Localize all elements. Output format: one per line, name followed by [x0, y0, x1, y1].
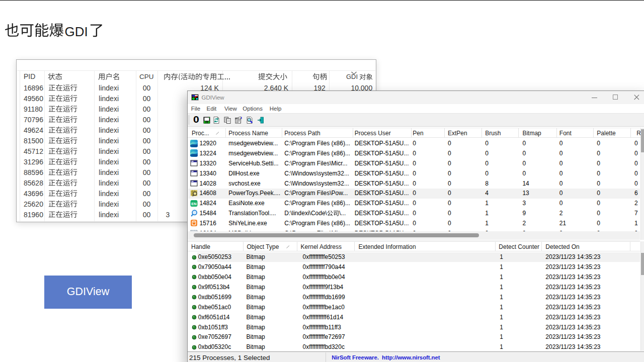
svg-text:EN: EN — [191, 202, 196, 206]
